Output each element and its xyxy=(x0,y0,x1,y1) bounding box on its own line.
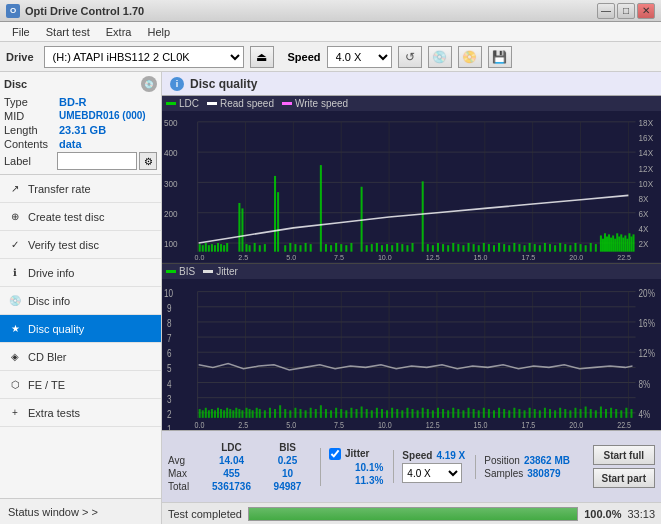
svg-rect-56 xyxy=(259,245,261,251)
bis-header: BIS xyxy=(265,442,310,453)
svg-rect-88 xyxy=(442,244,444,252)
svg-rect-49 xyxy=(223,245,225,251)
svg-rect-229 xyxy=(406,407,408,417)
svg-rect-65 xyxy=(310,244,312,252)
svg-rect-44 xyxy=(208,245,210,251)
svg-rect-233 xyxy=(427,409,429,418)
menu-extra[interactable]: Extra xyxy=(98,24,140,40)
svg-rect-269 xyxy=(610,407,612,417)
drive-select[interactable]: (H:) ATAPI iHBS112 2 CL0K xyxy=(44,46,244,68)
disc-label-label: Label xyxy=(4,155,57,167)
svg-rect-240 xyxy=(462,410,464,418)
menu-file[interactable]: File xyxy=(4,24,38,40)
jitter-stats: Jitter 10.1% 11.3% xyxy=(320,448,383,486)
svg-rect-270 xyxy=(615,409,617,418)
disc-length-label: Length xyxy=(4,124,59,136)
sidebar-item-label: Disc quality xyxy=(28,323,84,335)
progress-percent: 100.0% xyxy=(584,508,621,520)
svg-text:8%: 8% xyxy=(639,378,651,389)
sidebar-item-verify-test-disc[interactable]: ✓ Verify test disc xyxy=(0,231,161,259)
disc-icon: 💿 xyxy=(141,76,157,92)
svg-rect-230 xyxy=(412,409,414,418)
svg-rect-197 xyxy=(249,409,251,418)
svg-text:14X: 14X xyxy=(639,148,654,158)
status-window-button[interactable]: Status window > > xyxy=(0,498,161,524)
refresh-button[interactable]: ↺ xyxy=(398,46,422,68)
svg-text:2.5: 2.5 xyxy=(238,420,248,430)
menu-help[interactable]: Help xyxy=(139,24,178,40)
svg-rect-0 xyxy=(162,111,661,263)
svg-rect-70 xyxy=(340,244,342,252)
svg-rect-192 xyxy=(232,410,234,418)
disc-quality-icon: ★ xyxy=(8,322,22,336)
svg-rect-79 xyxy=(391,245,393,251)
start-full-button[interactable]: Start full xyxy=(593,445,655,465)
speed-header: Speed xyxy=(402,450,432,461)
sidebar-item-disc-info[interactable]: 💿 Disc info xyxy=(0,287,161,315)
svg-text:10: 10 xyxy=(164,287,173,298)
svg-rect-253 xyxy=(529,407,531,417)
save-button[interactable]: 💾 xyxy=(488,46,512,68)
svg-rect-54 xyxy=(249,245,251,251)
svg-text:6: 6 xyxy=(167,348,172,359)
samples-label: Samples xyxy=(484,468,523,479)
speed-select-right[interactable]: 4.0 X xyxy=(402,463,462,483)
sidebar-item-drive-info[interactable]: ℹ Drive info xyxy=(0,259,161,287)
menu-start-test[interactable]: Start test xyxy=(38,24,98,40)
svg-rect-121 xyxy=(604,233,606,251)
svg-rect-187 xyxy=(217,407,219,417)
sidebar-item-disc-quality[interactable]: ★ Disc quality xyxy=(0,315,161,343)
sidebar-item-transfer-rate[interactable]: ↗ Transfer rate xyxy=(0,175,161,203)
svg-rect-217 xyxy=(345,410,347,418)
svg-rect-75 xyxy=(371,244,373,252)
sidebar-item-extra-tests[interactable]: + Extra tests xyxy=(0,399,161,427)
svg-rect-127 xyxy=(616,233,618,251)
disc-button1[interactable]: 💿 xyxy=(428,46,452,68)
disc-label-input[interactable] xyxy=(57,152,137,170)
ldc-legend-dot xyxy=(166,102,176,105)
sidebar-item-label: Disc info xyxy=(28,295,70,307)
svg-rect-181 xyxy=(199,409,201,418)
svg-rect-53 xyxy=(246,244,248,252)
sidebar-item-cd-bler[interactable]: ◈ CD Bler xyxy=(0,343,161,371)
svg-rect-60 xyxy=(284,245,286,251)
svg-text:20.0: 20.0 xyxy=(569,420,583,430)
svg-rect-102 xyxy=(513,243,515,252)
svg-rect-119 xyxy=(600,235,602,251)
svg-rect-209 xyxy=(305,410,307,418)
svg-rect-41 xyxy=(199,244,201,252)
ldc-legend-label: LDC xyxy=(179,98,199,109)
start-part-button[interactable]: Start part xyxy=(593,468,655,488)
svg-rect-239 xyxy=(457,409,459,418)
svg-rect-215 xyxy=(335,407,337,417)
svg-rect-236 xyxy=(442,409,444,418)
svg-text:5: 5 xyxy=(167,363,172,374)
svg-rect-89 xyxy=(447,245,449,251)
svg-rect-64 xyxy=(305,243,307,252)
avg-speed-value: 4.19 X xyxy=(436,450,465,461)
title-bar-left: O Opti Drive Control 1.70 xyxy=(6,4,144,18)
svg-rect-203 xyxy=(274,409,276,418)
svg-rect-51 xyxy=(238,203,240,252)
jitter-checkbox[interactable] xyxy=(329,448,341,460)
svg-rect-132 xyxy=(626,239,628,252)
svg-rect-110 xyxy=(554,245,556,251)
svg-rect-183 xyxy=(205,407,207,417)
eject-button[interactable]: ⏏ xyxy=(250,46,274,68)
svg-rect-77 xyxy=(381,245,383,251)
svg-rect-107 xyxy=(539,245,541,251)
svg-rect-48 xyxy=(220,244,222,252)
svg-rect-189 xyxy=(223,410,225,418)
sidebar-item-create-test-disc[interactable]: ⊕ Create test disc xyxy=(0,203,161,231)
maximize-button[interactable]: □ xyxy=(617,3,635,19)
disc-label-icon-btn[interactable]: ⚙ xyxy=(139,152,157,170)
svg-rect-243 xyxy=(478,410,480,418)
svg-rect-68 xyxy=(330,245,332,251)
close-button[interactable]: ✕ xyxy=(637,3,655,19)
disc-button2[interactable]: 📀 xyxy=(458,46,482,68)
sidebar-item-fe-te[interactable]: ⬡ FE / TE xyxy=(0,371,161,399)
minimize-button[interactable]: — xyxy=(597,3,615,19)
speed-select[interactable]: 4.0 X xyxy=(327,46,392,68)
svg-rect-182 xyxy=(202,410,204,418)
title-bar: O Opti Drive Control 1.70 — □ ✕ xyxy=(0,0,661,22)
